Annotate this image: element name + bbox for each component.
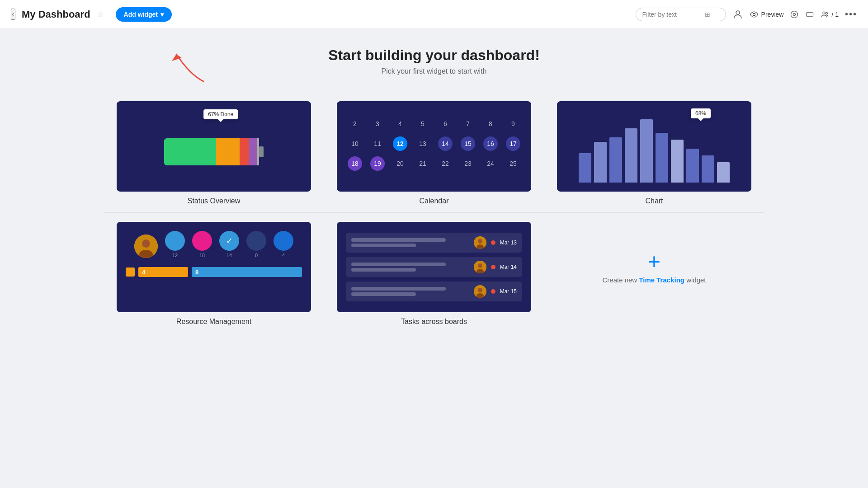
bar-9	[702, 155, 714, 183]
hero-title: Start building your dashboard!	[328, 47, 540, 64]
back-button[interactable]: ‹	[11, 9, 15, 20]
task-lines-3	[351, 287, 469, 296]
star-icon[interactable]: ☆	[97, 9, 104, 19]
bar-side	[259, 146, 264, 157]
user-button[interactable]	[732, 9, 743, 20]
cal-20: 20	[393, 156, 407, 171]
task-dot-3	[491, 289, 495, 294]
avatar-user	[134, 235, 158, 258]
resource-square	[126, 267, 135, 277]
task-row-2: Mar 14	[346, 257, 522, 277]
cal-row-2: 10 11 12 13 14 15 16 17	[344, 136, 524, 151]
svg-point-0	[736, 11, 740, 14]
task-line-2a	[351, 263, 446, 266]
cal-21: 21	[415, 156, 430, 171]
calendar-label: Calendar	[420, 197, 449, 205]
avatar-blue: 12	[165, 231, 185, 258]
cal-24: 24	[483, 156, 498, 171]
bar-6	[656, 133, 668, 183]
avatar-dark-circle	[246, 231, 266, 251]
bar-green	[164, 138, 216, 165]
resource-bar-blue: 8	[192, 267, 302, 277]
users-button[interactable]: / 1	[821, 10, 839, 19]
create-widget-btn[interactable]: + Create new Time Tracking widget	[557, 222, 751, 312]
bar-7	[671, 140, 684, 183]
cal-18[interactable]: 18	[348, 156, 362, 171]
preview-button[interactable]: Preview	[750, 10, 784, 19]
avatar-blue-label: 12	[172, 253, 178, 258]
task-line-2b	[351, 268, 416, 272]
svg-point-15	[478, 263, 482, 268]
calendar-card[interactable]: 2 3 4 5 6 7 8 9 10 11 12 13	[337, 101, 531, 192]
user-icon	[732, 9, 743, 20]
tasks-cell[interactable]: Mar 13 Mar 14	[324, 213, 544, 333]
svg-point-2	[791, 11, 798, 18]
cal-4: 4	[393, 117, 407, 131]
cal-17[interactable]: 17	[506, 136, 520, 151]
cal-22: 22	[438, 156, 453, 171]
resource-cell[interactable]: 12 18 ✓ 14	[104, 213, 324, 333]
chart-cell[interactable]: 68% Chart	[544, 92, 764, 212]
tasks-card[interactable]: Mar 13 Mar 14	[337, 222, 531, 312]
header-right: ⊞ Preview	[636, 8, 857, 21]
avatar-dark: 0	[246, 231, 266, 258]
cal-12-today[interactable]: 12	[393, 136, 407, 151]
svg-point-18	[478, 288, 482, 292]
add-widget-button[interactable]: Add widget ▾	[116, 7, 172, 22]
avatar-blue2-circle	[274, 231, 293, 251]
layout-button[interactable]	[805, 10, 814, 19]
svg-point-6	[826, 12, 828, 14]
task-dot-2	[491, 265, 495, 269]
avatar-blue2: 4	[274, 231, 293, 258]
filter-input-wrap[interactable]: ⊞	[636, 8, 726, 21]
filter-input[interactable]	[642, 11, 701, 18]
cal-15[interactable]: 15	[461, 136, 475, 151]
plus-icon: +	[648, 251, 660, 272]
cal-16[interactable]: 16	[483, 136, 498, 151]
svg-point-1	[753, 13, 755, 15]
cal-3: 3	[370, 117, 385, 131]
avatar-blue2-label: 4	[282, 253, 285, 258]
avatar-pink-label: 18	[199, 253, 205, 258]
task-line-3a	[351, 287, 446, 291]
status-overview-card[interactable]: 67% Done	[117, 101, 311, 192]
svg-point-3	[793, 13, 796, 15]
more-button[interactable]: •••	[845, 9, 857, 19]
dashboard-title: My Dashboard	[22, 9, 90, 20]
status-overview-label: Status Overview	[188, 197, 240, 205]
svg-point-5	[823, 12, 825, 14]
create-widget-cell[interactable]: + Create new Time Tracking widget	[544, 213, 764, 333]
cal-11: 11	[370, 136, 385, 151]
task-avatar-3	[474, 285, 486, 298]
bar-purple	[249, 138, 259, 165]
cal-14[interactable]: 14	[438, 136, 453, 151]
preview-icon	[750, 10, 759, 19]
bar-2	[594, 142, 607, 183]
task-row-3: Mar 15	[346, 282, 522, 301]
check-icon: ✓	[226, 236, 233, 246]
cal-19[interactable]: 19	[370, 156, 385, 171]
task-date-3: Mar 15	[500, 288, 517, 295]
create-label-bold: Time Tracking	[639, 276, 684, 284]
share-button[interactable]	[790, 10, 799, 19]
status-overview-cell[interactable]: 67% Done Status Overview	[104, 92, 324, 212]
chart-card[interactable]: 68%	[557, 101, 751, 192]
cal-13: 13	[415, 136, 430, 151]
chart-label: Chart	[645, 197, 663, 205]
resource-card[interactable]: 12 18 ✓ 14	[117, 222, 311, 312]
chart-bars	[566, 126, 742, 184]
bar-3	[609, 137, 622, 183]
cal-23: 23	[461, 156, 475, 171]
bar-orange	[216, 138, 240, 165]
chart-tooltip: 68%	[691, 108, 711, 118]
calendar-cell[interactable]: 2 3 4 5 6 7 8 9 10 11 12 13	[324, 92, 544, 212]
bar-blue-label: 8	[195, 269, 198, 276]
cal-25: 25	[506, 156, 520, 171]
bar-8	[686, 149, 699, 183]
create-label-post: widget	[684, 276, 706, 284]
bar-orange-label: 4	[142, 269, 145, 276]
status-tooltip: 67% Done	[203, 109, 238, 119]
cal-8: 8	[483, 117, 498, 131]
create-label: Create new Time Tracking widget	[602, 276, 706, 284]
header-left: ‹ My Dashboard ☆ Add widget ▾	[11, 7, 636, 22]
